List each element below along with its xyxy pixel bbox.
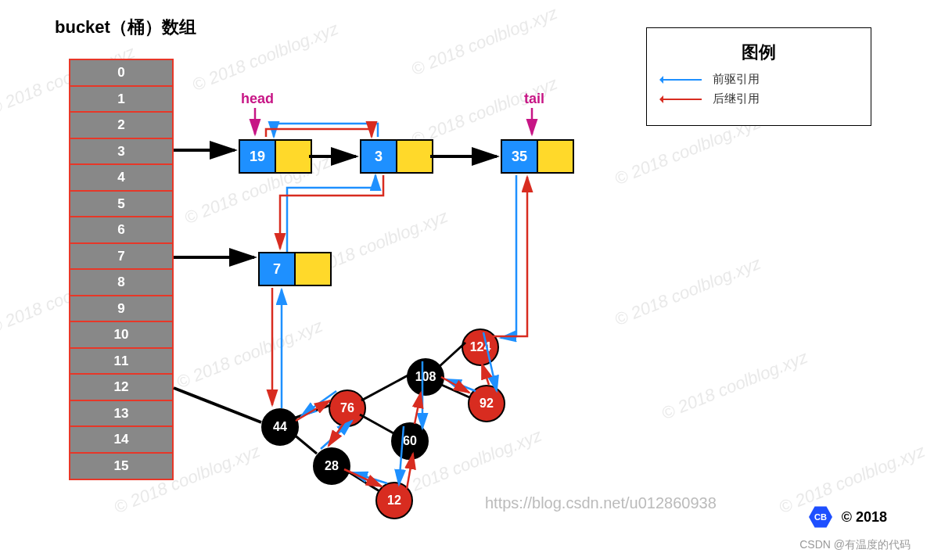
csdn-credit: CSDN @有温度的代码: [799, 538, 911, 552]
tree-node-44: 44: [261, 408, 299, 446]
list-node-19: 19: [239, 139, 312, 174]
bucket-cell: 4: [69, 163, 174, 192]
list-node-next-ptr: [396, 141, 432, 172]
bucket-cell: 0: [69, 59, 174, 87]
list-node-next-ptr: [294, 253, 330, 285]
legend-item-prev: 前驱引用: [661, 72, 857, 87]
watermark: © 2018 coolblog.xyz: [612, 253, 763, 330]
list-node-35: 35: [501, 139, 574, 174]
svg-line-9: [361, 374, 411, 400]
diagram-title: bucket（桶）数组: [55, 16, 196, 39]
bucket-cell: 8: [69, 268, 174, 296]
list-node-next-ptr: [275, 141, 311, 172]
copyright-year: © 2018: [842, 509, 887, 526]
svg-line-8: [293, 405, 330, 418]
bucket-cell: 1: [69, 85, 174, 113]
csdn-url-watermark: https://blog.csdn.net/u012860938: [485, 494, 717, 512]
bucket-cell: 13: [69, 400, 174, 428]
tree-node-124: 124: [462, 328, 499, 366]
bucket-cell: 10: [69, 321, 174, 349]
legend-label-prev: 前驱引用: [713, 72, 760, 87]
bucket-cell: 9: [69, 295, 174, 323]
bucket-cell: 15: [69, 452, 174, 480]
head-label: head: [241, 91, 274, 107]
watermark: © 2018 coolblog.xyz: [408, 3, 560, 80]
tree-node-12: 12: [375, 482, 413, 519]
svg-line-12: [438, 383, 469, 397]
svg-line-4: [174, 388, 261, 422]
list-node-3: 3: [360, 139, 433, 174]
legend-item-next: 后继引用: [661, 92, 857, 106]
tree-node-60: 60: [391, 422, 429, 460]
bucket-cell: 6: [69, 216, 174, 244]
bucket-cell: 7: [69, 242, 174, 271]
arrow-next-icon: [661, 99, 702, 100]
bucket-cell: 2: [69, 111, 174, 139]
legend-label-next: 后继引用: [713, 92, 760, 106]
list-node-value: 3: [361, 141, 396, 172]
legend-title: 图例: [661, 41, 857, 64]
svg-line-10: [360, 415, 395, 434]
list-node-value: 35: [502, 141, 537, 172]
tail-label: tail: [524, 91, 544, 107]
list-node-value: 7: [260, 253, 294, 285]
tree-node-92: 92: [468, 385, 505, 422]
tree-node-28: 28: [313, 447, 350, 485]
coolblog-logo-icon: CB: [809, 505, 832, 529]
bucket-cell: 5: [69, 190, 174, 218]
arrow-prev-icon: [661, 79, 702, 81]
svg-line-13: [344, 469, 379, 491]
diagram-canvas: © 2018 coolblog.xyz © 2018 coolblog.xyz …: [0, 0, 934, 560]
watermark: © 2018 coolblog.xyz: [174, 316, 325, 393]
svg-line-7: [293, 434, 317, 454]
tree-node-76: 76: [329, 389, 366, 427]
watermark: © 2018 coolblog.xyz: [189, 19, 341, 95]
bucket-cell: 3: [69, 138, 174, 166]
bucket-cell: 12: [69, 373, 174, 401]
bucket-array: 0 1 2 3 4 5 6 7 8 9 10 11 12 13 14 15: [69, 59, 174, 480]
bucket-cell: 14: [69, 425, 174, 454]
bucket-cell: 11: [69, 347, 174, 375]
tree-node-108: 108: [407, 358, 444, 396]
watermark: © 2018 coolblog.xyz: [776, 441, 928, 518]
list-node-value: 19: [240, 141, 275, 172]
list-node-7: 7: [258, 252, 332, 286]
legend-box: 图例 前驱引用 后继引用: [646, 27, 871, 126]
list-node-next-ptr: [537, 141, 573, 172]
watermark: © 2018 coolblog.xyz: [659, 347, 810, 424]
